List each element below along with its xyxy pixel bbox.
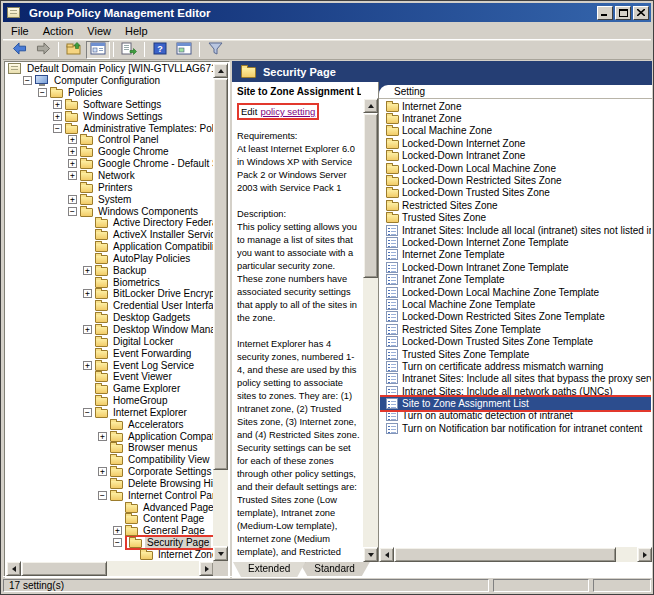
tree-item[interactable]: −Internet Explorer <box>6 406 214 418</box>
tree-item[interactable]: HomeGroup <box>6 395 214 407</box>
menu-action[interactable]: Action <box>36 24 81 38</box>
expand-icon[interactable]: + <box>68 195 77 204</box>
column-header-setting[interactable]: Setting <box>379 86 652 99</box>
setting-row[interactable]: Locked-Down Internet Zone <box>380 137 651 149</box>
scroll-up-button[interactable] <box>363 98 378 113</box>
tree-item[interactable]: +Network <box>6 170 214 182</box>
tree-item[interactable]: −Computer Configuration <box>6 75 214 87</box>
setting-row[interactable]: Locked-Down Local Machine Zone <box>380 162 651 174</box>
collapse-icon[interactable]: − <box>38 88 47 97</box>
scroll-thumb[interactable] <box>363 113 378 278</box>
collapse-icon[interactable]: − <box>113 538 122 547</box>
tree-item[interactable]: Browser menus <box>6 442 214 454</box>
properties-window-button[interactable] <box>172 41 196 59</box>
setting-row[interactable]: Turn on certificate address mismatch war… <box>380 360 651 372</box>
tree-item[interactable]: Accelerators <box>6 418 214 430</box>
tree-item[interactable]: Internet Zone <box>6 549 214 561</box>
forward-button[interactable] <box>31 41 55 59</box>
setting-row[interactable]: Intranet Sites: Include all network path… <box>380 385 651 397</box>
tree-item[interactable]: Delete Browsing History <box>6 478 214 490</box>
tree-item[interactable]: Event Viewer <box>6 371 214 383</box>
collapse-icon[interactable]: − <box>53 124 62 133</box>
setting-row[interactable]: Internet Zone Template <box>380 249 651 261</box>
filter-button[interactable] <box>203 41 227 59</box>
tree-item[interactable]: +Desktop Window Manager <box>6 324 214 336</box>
setting-row[interactable]: Locked-Down Internet Zone Template <box>380 236 651 248</box>
setting-row[interactable]: Intranet Sites: Include all sites that b… <box>380 373 651 385</box>
back-button[interactable] <box>7 41 31 59</box>
setting-row[interactable]: Turn on Notification bar notification fo… <box>380 422 651 434</box>
setting-row[interactable]: Locked-Down Intranet Zone <box>380 150 651 162</box>
tree-item[interactable]: Event Forwarding <box>6 347 214 359</box>
scroll-thumb[interactable] <box>394 547 616 562</box>
tree-item[interactable]: −Internet Control Panel <box>6 489 214 501</box>
scroll-thumb[interactable] <box>213 78 228 470</box>
scroll-left-button[interactable] <box>379 547 394 562</box>
tree-item[interactable]: Content Page <box>6 513 214 525</box>
tree-item[interactable]: +Event Log Service <box>6 359 214 371</box>
annotated-setting-row[interactable]: Site to Zone Assignment List <box>380 397 651 409</box>
setting-row[interactable]: Locked-Down Trusted Sites Zone Template <box>380 335 651 347</box>
tab-standard[interactable]: Standard <box>299 562 370 576</box>
tree-item[interactable]: Default Domain Policy [WIN-GTVLLAG671R.T… <box>6 63 214 75</box>
tab-extended[interactable]: Extended <box>233 562 305 577</box>
setting-row[interactable]: Local Machine Zone Template <box>380 298 651 310</box>
tree-item[interactable]: Printers <box>6 181 214 193</box>
setting-row[interactable]: Locked-Down Restricted Sites Zone <box>380 174 651 186</box>
menu-file[interactable]: File <box>4 24 36 38</box>
expand-icon[interactable]: + <box>83 361 92 370</box>
menu-help[interactable]: Help <box>118 24 155 38</box>
scroll-down-button[interactable] <box>363 547 378 562</box>
tree-item[interactable]: +Backup <box>6 264 214 276</box>
setting-row[interactable]: Intranet Sites: Include all local (intra… <box>380 224 651 236</box>
collapse-icon[interactable]: − <box>68 207 77 216</box>
setting-row[interactable]: Intranet Zone Template <box>380 273 651 285</box>
tree-item[interactable]: +Control Panel <box>6 134 214 146</box>
edit-policy-setting-link[interactable]: policy setting <box>260 105 315 118</box>
expand-icon[interactable]: + <box>68 135 77 144</box>
tree-item[interactable]: +BitLocker Drive Encryption <box>6 288 214 300</box>
setting-row[interactable]: Local Machine Zone <box>380 125 651 137</box>
setting-row[interactable]: Trusted Sites Zone Template <box>380 348 651 360</box>
show-console-tree-button[interactable] <box>86 41 110 59</box>
setting-row[interactable]: Locked-Down Trusted Sites Zone <box>380 187 651 199</box>
collapse-icon[interactable]: − <box>83 408 92 417</box>
tree-item[interactable]: Compatibility View <box>6 454 214 466</box>
close-button[interactable] <box>633 6 649 20</box>
expand-icon[interactable]: + <box>68 171 77 180</box>
setting-row[interactable]: Locked-Down Intranet Zone Template <box>380 261 651 273</box>
collapse-icon[interactable]: − <box>23 76 32 85</box>
tree-item[interactable]: +Software Settings <box>6 99 214 111</box>
export-list-button[interactable] <box>117 41 141 59</box>
expand-icon[interactable]: + <box>53 100 62 109</box>
collapse-icon[interactable]: − <box>98 491 107 500</box>
tree-item[interactable]: Biometrics <box>6 276 214 288</box>
tree-item[interactable]: Digital Locker <box>6 335 214 347</box>
expand-icon[interactable]: + <box>53 112 62 121</box>
maximize-button[interactable] <box>615 6 631 20</box>
tree-item[interactable]: Credential User Interface <box>6 300 214 312</box>
up-one-level-button[interactable] <box>62 41 86 59</box>
tree-item[interactable]: Game Explorer <box>6 383 214 395</box>
expand-icon[interactable]: + <box>83 289 92 298</box>
tree-item[interactable]: +Windows Settings <box>6 110 214 122</box>
expand-icon[interactable]: + <box>113 526 122 535</box>
setting-row[interactable]: Turn on automatic detection of intranet <box>380 410 651 422</box>
tree-item[interactable]: +Application Compatibility <box>6 430 214 442</box>
setting-row[interactable]: Restricted Sites Zone <box>380 199 651 211</box>
setting-row[interactable]: Internet Zone <box>380 100 651 112</box>
setting-row[interactable]: Locked-Down Restricted Sites Zone Templa… <box>380 311 651 323</box>
tree-item[interactable]: −Administrative Templates: Policy defini… <box>6 122 214 134</box>
minimize-button[interactable] <box>597 6 613 20</box>
tree-item[interactable]: −Security Page <box>6 537 214 549</box>
expand-icon[interactable]: + <box>68 147 77 156</box>
tree-item[interactable]: +System <box>6 193 214 205</box>
scroll-up-button[interactable] <box>213 63 228 78</box>
title-bar[interactable]: Group Policy Management Editor <box>3 3 651 22</box>
tree-item[interactable]: Application Compatibility <box>6 241 214 253</box>
expand-icon[interactable]: + <box>98 432 107 441</box>
tree-item[interactable]: +Google Chrome - Default Settings (use <box>6 158 214 170</box>
scroll-down-button[interactable] <box>213 546 228 561</box>
scroll-left-button[interactable] <box>6 561 21 576</box>
tree-item[interactable]: +Corporate Settings <box>6 466 214 478</box>
